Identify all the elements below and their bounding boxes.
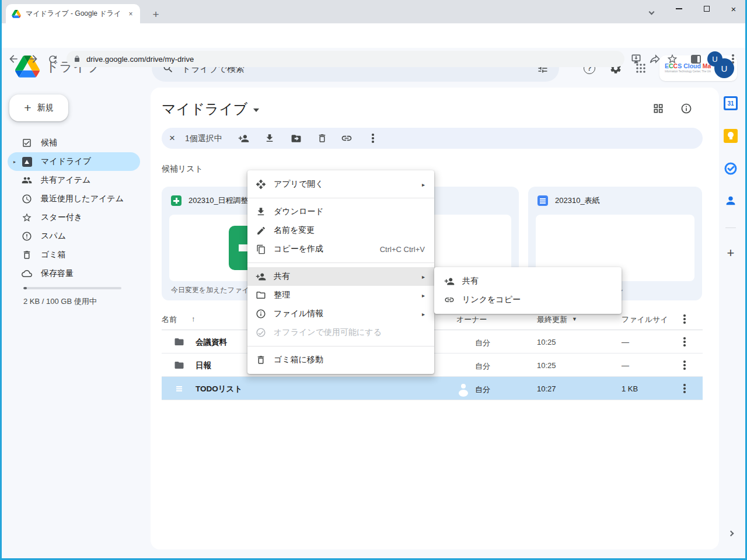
sidebar-item-starred[interactable]: スター付き [8, 208, 140, 227]
row-name: 会議資料 [196, 337, 227, 348]
menu-divider [247, 198, 434, 198]
my-drive-icon [22, 156, 32, 167]
breadcrumb-my-drive[interactable]: マイドライブ [162, 100, 259, 118]
lock-icon [74, 55, 81, 63]
folder-icon [174, 337, 184, 347]
menu-item-shortcut: Ctrl+C Ctrl+V [380, 245, 425, 254]
card-title: 202310_表紙 [555, 195, 600, 206]
browser-profile-avatar[interactable]: U [707, 51, 722, 66]
address-bar[interactable]: drive.google.com/drive/my-drive [67, 51, 624, 67]
forward-button[interactable] [26, 52, 40, 66]
reload-button[interactable] [46, 52, 60, 66]
browser-tab[interactable]: マイドライブ - Google ドライブ × [6, 4, 140, 23]
column-name[interactable]: 名前 [162, 314, 177, 325]
column-options-icon[interactable] [683, 314, 686, 324]
move-to-folder-icon[interactable] [290, 132, 302, 144]
sidebar-item-label: マイドライブ [41, 156, 91, 167]
menu-item-share[interactable]: 共有 ▸ [247, 267, 434, 286]
keep-icon[interactable] [724, 129, 738, 143]
tab-strip: マイドライブ - Google ドライブ × + × [0, 0, 747, 23]
submenu-item-share[interactable]: 共有 [434, 272, 622, 290]
copy-link-icon[interactable] [341, 132, 352, 144]
window-close-button[interactable]: × [720, 0, 747, 18]
storage-usage-text: 2 KB / 100 GB 使用中 [23, 296, 97, 307]
sidebar-item-storage[interactable]: 保存容量 [8, 264, 140, 283]
row-size: — [622, 361, 629, 370]
row-modified: 10:27 [537, 384, 556, 393]
cloud-icon [22, 268, 32, 279]
column-size[interactable]: ファイルサイ [622, 314, 668, 325]
tab-close-icon[interactable]: × [126, 9, 135, 19]
clear-selection-icon[interactable]: × [166, 132, 178, 144]
trash-icon[interactable] [316, 132, 328, 144]
table-row-selected[interactable]: TODOリスト 自分 10:27 1 KB [162, 377, 703, 400]
menu-item-open-with[interactable]: アプリで開く ▸ [247, 175, 434, 194]
row-options-icon[interactable] [683, 360, 686, 370]
contacts-icon[interactable] [724, 194, 738, 208]
sidebar-nav: 候補 ▸ マイドライブ 共有アイテム 最近使用したアイテム [0, 134, 149, 283]
download-icon[interactable] [264, 132, 275, 144]
calendar-icon[interactable]: 31 [724, 96, 738, 110]
sidebar-item-trash[interactable]: ゴミ箱 [8, 246, 140, 264]
tab-search-chevron-icon[interactable] [644, 6, 658, 18]
sidebar-item-suggestions[interactable]: 候補 [8, 134, 140, 152]
share-submenu: 共有 リンクをコピー [434, 267, 622, 314]
plus-icon: + [24, 102, 31, 114]
row-size: — [622, 338, 629, 346]
sidebar-item-my-drive[interactable]: ▸ マイドライブ [8, 152, 140, 171]
column-modified[interactable]: 最終更新 [537, 314, 567, 325]
share-icon[interactable] [648, 52, 662, 66]
offline-pin-icon [256, 327, 266, 338]
content-panel: マイドライブ × 1個選択中 [151, 88, 719, 550]
hide-side-panel-chevron-icon[interactable] [724, 526, 738, 540]
submenu-item-copy-link[interactable]: リンクをコピー [434, 290, 622, 309]
sidebar-item-shared[interactable]: 共有アイテム [8, 171, 140, 190]
add-addon-icon[interactable]: + [724, 246, 738, 260]
menu-item-rename[interactable]: 名前を変更 [247, 221, 434, 240]
row-owner: 自分 [475, 361, 490, 372]
back-button[interactable] [6, 52, 20, 66]
trash-icon [256, 355, 266, 365]
side-panel-icon[interactable] [689, 52, 703, 66]
window-minimize-button[interactable] [665, 0, 692, 18]
column-owner[interactable]: オーナー [456, 314, 487, 325]
open-with-icon [256, 179, 266, 190]
new-tab-button[interactable]: + [148, 7, 163, 22]
download-icon [256, 206, 266, 217]
bookmark-star-icon[interactable] [665, 52, 679, 66]
tasks-icon[interactable] [724, 162, 738, 176]
menu-item-organize[interactable]: 整理 ▸ [247, 286, 434, 304]
sidebar-item-spam[interactable]: スパム [8, 227, 140, 246]
caret-down-icon[interactable]: ▼ [572, 316, 577, 322]
window-maximize-button[interactable] [693, 0, 720, 18]
menu-divider [247, 262, 434, 263]
row-options-icon[interactable] [683, 383, 686, 394]
info-icon [256, 309, 266, 319]
menu-item-label: 整理 [274, 290, 414, 300]
menu-item-move-to-trash[interactable]: ゴミ箱に移動 [247, 351, 434, 369]
suggestions-label: 候補リスト [162, 164, 203, 174]
browser-menu-icon[interactable] [728, 52, 738, 66]
install-icon[interactable] [629, 52, 643, 66]
row-options-icon[interactable] [683, 337, 686, 347]
row-owner: 自分 [475, 338, 490, 348]
menu-divider [247, 346, 434, 346]
share-person-add-icon [256, 271, 266, 282]
menu-item-offline: オフラインで使用可能にする [247, 323, 434, 342]
details-info-icon[interactable] [679, 102, 693, 116]
grid-view-toggle-icon[interactable] [651, 102, 665, 116]
menu-item-make-copy[interactable]: コピーを作成 Ctrl+C Ctrl+V [247, 240, 434, 258]
menu-item-file-info[interactable]: ファイル情報 ▸ [247, 304, 434, 323]
share-person-add-icon [444, 276, 455, 286]
expand-caret-icon[interactable]: ▸ [13, 159, 16, 164]
share-person-add-icon[interactable] [238, 132, 249, 144]
side-strip-divider [725, 228, 736, 228]
menu-item-download[interactable]: ダウンロード [247, 202, 434, 221]
sidebar-item-label: ゴミ箱 [41, 250, 66, 260]
sidebar-item-recent[interactable]: 最近使用したアイテム [8, 190, 140, 208]
menu-item-label: アプリで開く [274, 179, 414, 190]
new-button[interactable]: + 新規 [9, 94, 68, 121]
context-menu: アプリで開く ▸ ダウンロード 名前を変更 コピーを作成 Ctrl+C Ctrl… [247, 170, 434, 374]
more-actions-icon[interactable] [367, 132, 379, 144]
sort-ascending-icon[interactable]: ↑ [191, 314, 196, 323]
